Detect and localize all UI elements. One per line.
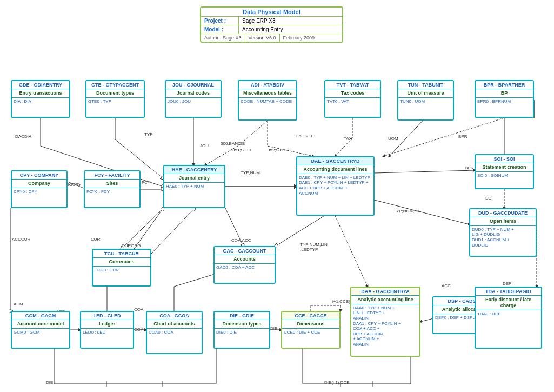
- entity-desc-bpr: BP: [476, 89, 533, 98]
- label-coa: COA: [134, 307, 143, 312]
- entity-header-gte: GTE - GTYPACCENT: [86, 81, 144, 89]
- entity-header-hae: HAE - GACCENTRY: [164, 166, 224, 174]
- entity-header-coa: COA - GCOA: [147, 312, 202, 320]
- label-acc: ACC: [442, 283, 451, 288]
- label-352: 352;STT2: [268, 148, 286, 152]
- label-tax: TAX: [344, 136, 352, 141]
- label-typnumlin: TYP;NUM;LIN;LEDTYP: [300, 242, 328, 252]
- info-title: Data Physical Model: [201, 8, 342, 17]
- entity-header-dae: DAE - GACCENTRYD: [297, 157, 373, 165]
- entity-fields-tun: TUN0 : UOM: [398, 98, 453, 105]
- entity-fields-cpy: CPY0 : CPY: [12, 188, 66, 196]
- label-soi: SOI: [485, 196, 493, 201]
- author-label: Author : Sage X3: [201, 34, 245, 42]
- entity-soi: SOI - SOIStatement creationSOI0 : SOINUM: [475, 154, 534, 189]
- entity-fields-led: LED0 : LED: [81, 329, 133, 336]
- entity-fields-soi: SOI0 : SOINUM: [476, 172, 533, 180]
- svg-line-24: [335, 216, 368, 287]
- svg-line-17: [375, 200, 469, 224]
- project-label: Project :: [201, 17, 239, 25]
- entity-fields-bpr: BPR0 : BPRNUM: [476, 98, 533, 105]
- svg-line-12: [384, 118, 504, 156]
- entity-header-die: DIE - GDIE: [215, 312, 269, 320]
- label-coaacc: COA;ACC: [231, 238, 251, 243]
- info-box: Data Physical Model Project : Sage ERP X…: [200, 6, 343, 43]
- label-typ: TYP: [144, 132, 153, 137]
- label-typnumlig: TYP;NUM;LIG: [393, 209, 421, 214]
- entity-coa: COA - GCOAChart of accountsCOA0 : COA: [146, 311, 203, 354]
- model-label: Model :: [201, 25, 239, 34]
- entity-header-fcy: FCY - FACILITY: [85, 171, 139, 180]
- label-uom: UOM: [388, 136, 398, 141]
- entity-bpr: BPR - BPARTNERBPBPR0 : BPRNUM: [475, 80, 534, 118]
- entity-daa: DAA - GACCENTRYAAnalytic accounting line…: [350, 287, 420, 357]
- date-label: February 2009: [280, 34, 318, 42]
- label-jou: JOU: [200, 143, 209, 148]
- label-dep: DEP: [503, 281, 511, 286]
- project-value: Sage ERP X3: [239, 17, 279, 25]
- label-diei1cce: DIE(i-1);CCE: [324, 380, 350, 385]
- entity-header-cpy: CPY - COMPANY: [12, 171, 66, 180]
- label-353: 353;STT3: [296, 134, 315, 138]
- entity-fields-gcm: GCM0 : GCM: [12, 329, 69, 336]
- entity-fields-jou: JOU0 : JOU: [166, 98, 221, 105]
- entity-desc-led: Ledger: [81, 320, 133, 329]
- entity-adi: ADI - ATABDIVMiscellaneous tablesCODE : …: [238, 80, 297, 121]
- entity-gac: GAC - GACCOUNTAccountsGAC0 : COA + ACC: [213, 246, 276, 284]
- label-cur: CUR: [91, 237, 100, 242]
- entity-desc-dae: Accounting document lines: [297, 165, 373, 174]
- entity-header-tda: TDA - TABDEPAGIO: [476, 288, 541, 296]
- entity-header-daa: DAA - GACCENTRYA: [351, 288, 419, 296]
- entity-desc-gac: Accounts: [215, 255, 275, 264]
- entity-desc-cce: Dimensions: [282, 320, 339, 329]
- label-306: 306;BANCIB: [221, 141, 245, 146]
- entity-header-cce: CCE - CACCE: [282, 312, 339, 320]
- entity-dae: DAE - GACCENTRYDAccounting document line…: [296, 156, 375, 216]
- entity-header-gcm: GCM - GACM: [12, 312, 69, 320]
- entity-fields-coa: COA0 : COA: [147, 329, 202, 336]
- entity-hae: HAE - GACCENTRYJournal entryHAE0 : TYP +…: [163, 165, 225, 208]
- entity-fields-daa: DAA0 : TYP + NUM + LIN + LEDTYP + ANALIN…: [351, 304, 419, 348]
- entity-led: LED - GLEDLedgerLED0 : LED: [80, 311, 134, 349]
- model-value: Accounting Entry: [239, 25, 286, 34]
- entity-header-gde: GDE - GDIAENTRY: [12, 81, 69, 89]
- entity-header-tcu: TCU - TABCUR: [93, 250, 150, 258]
- entity-fields-hae: HAE0 : TYP + NUM: [164, 183, 224, 190]
- entity-desc-coa: Chart of accounts: [147, 320, 202, 329]
- entity-header-led: LED - GLED: [81, 312, 133, 320]
- entity-desc-die: Dimension types: [215, 320, 269, 329]
- entity-desc-adi: Miscellaneous tables: [239, 89, 296, 98]
- entity-fields-tvt: TVT0 : VAT: [325, 98, 380, 105]
- entity-desc-tun: Unit of measure: [398, 89, 453, 98]
- entity-fields-tcu: TCU0 : CUR: [93, 267, 150, 274]
- label-bpr-top: BPR: [458, 134, 467, 139]
- entity-jou: JOU - GJOURNALJournal codesJOU0 : JOU: [165, 80, 222, 118]
- label-bpr-mid: BPR: [465, 165, 473, 170]
- entity-fields-fcy: FCY0 : FCY: [85, 188, 139, 196]
- entity-header-adi: ADI - ATABDIV: [239, 81, 296, 89]
- entity-header-soi: SOI - SOI: [476, 155, 533, 163]
- version-label: Version V6.0: [245, 34, 280, 42]
- entity-fields-tda: TDA0 : DEP: [476, 310, 541, 318]
- entity-tvt: TVT - TABVATTax codesTVT0 : VAT: [324, 80, 381, 118]
- label-typnum: TYP;NUM: [241, 170, 260, 175]
- entity-fields-dae: DAE0 : TYP + NUM + LIN + LEDTYP DAE1 : C…: [297, 174, 373, 197]
- entity-desc-soi: Statement creation: [476, 163, 533, 172]
- entity-header-tvt: TVT - TABVAT: [325, 81, 380, 89]
- entity-desc-fcy: Sites: [85, 180, 139, 188]
- entity-desc-tvt: Tax codes: [325, 89, 380, 98]
- label-coa2: COA: [134, 327, 143, 332]
- entity-desc-dud: Open items: [470, 217, 536, 226]
- label-dacdia: DACDIA: [15, 134, 31, 139]
- entity-header-bpr: BPR - BPARTNER: [476, 81, 533, 89]
- entity-fields-cce: CCE0 : DIE + CCE: [282, 329, 339, 336]
- entity-desc-tda: Early discount / late charge: [476, 296, 541, 310]
- entity-gde: GDE - GDIAENTRYEntry transactionsDIA : D…: [11, 80, 70, 118]
- entity-desc-cpy: Company: [12, 180, 66, 188]
- entity-gte: GTE - GTYPACCENTDocument typesGTE0 : TYP: [85, 80, 145, 118]
- entity-tcu: TCU - TABCURCurrenciesTCU0 : CUR: [92, 249, 151, 287]
- entity-dud: DUD - GACCDUDATEOpen itemsDUD0 : TYP + N…: [469, 208, 537, 257]
- entity-desc-gde: Entry transactions: [12, 89, 69, 98]
- label-351: 351;STT1: [232, 148, 251, 152]
- entity-header-tun: TUN - TABUNIT: [398, 81, 453, 89]
